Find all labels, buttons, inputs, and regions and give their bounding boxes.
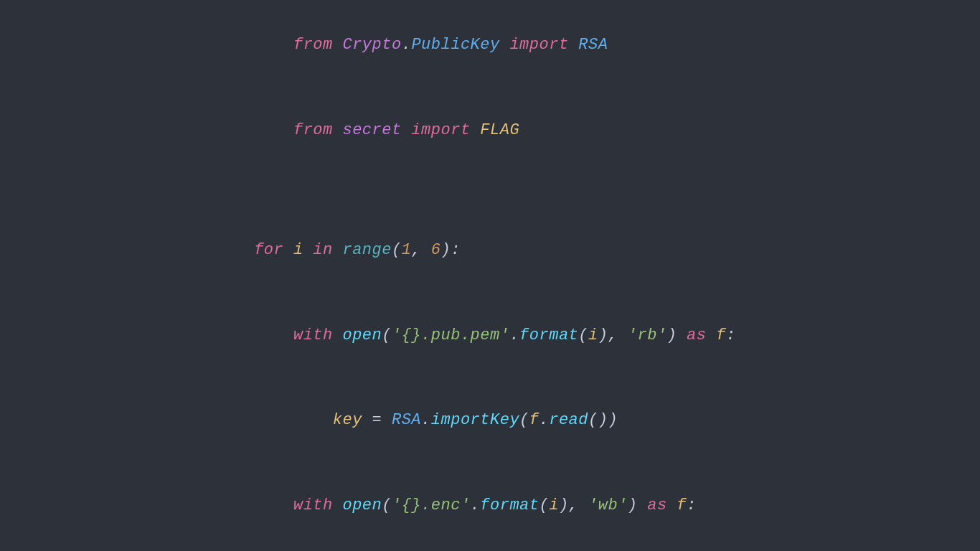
blank-line <box>215 173 765 190</box>
code-block: #!/usr/bin/env python3 from Crypto.Publi… <box>171 0 808 551</box>
line-key: key = RSA.importKey(f.read()) <box>215 378 765 463</box>
line-for: for i in range(1, 6): <box>215 207 765 293</box>
line-with1: with open('{}.pub.pem'.format(i), 'rb') … <box>215 293 765 378</box>
line-import2: from secret import FLAG <box>215 88 765 173</box>
line-with2: with open('{}.enc'.format(i), 'wb') as f… <box>215 463 765 549</box>
blank-line-2 <box>215 190 765 207</box>
line-write: f.write(key.encrypt(FLAG.encode(), None)… <box>215 548 765 551</box>
line-import1: from Crypto.PublicKey import RSA <box>215 3 765 88</box>
